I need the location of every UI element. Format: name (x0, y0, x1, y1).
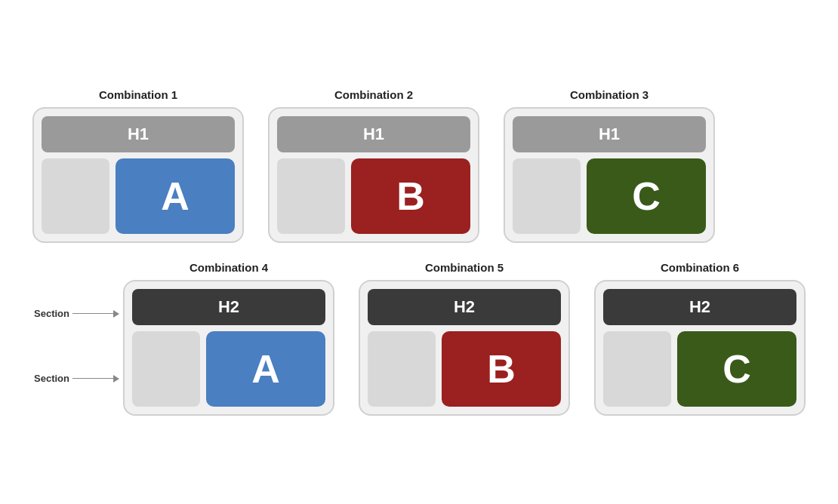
annotation-1: Section (34, 308, 119, 319)
section-label-2: Section (34, 373, 69, 384)
arrow-head-2 (113, 375, 119, 383)
combo-3-small-box (513, 158, 581, 234)
combo-2-header: H1 (277, 116, 470, 152)
combo-5-main-box: B (442, 331, 561, 407)
row-2: Combination 4 Section Section H2 A (32, 261, 806, 416)
combo-6-wrapper: Combination 6 H2 C (594, 261, 806, 416)
combo-4-small-box (132, 331, 200, 407)
combo-1-title: Combination 1 (99, 88, 177, 101)
combo-4-main-box: A (206, 331, 325, 407)
combo-2-content: B (277, 158, 470, 234)
combo-1-small-box (42, 158, 109, 234)
combo-1-card: H1 A (32, 107, 244, 243)
combo-6-title: Combination 6 (661, 261, 739, 274)
combo-3-header: H1 (513, 116, 706, 152)
combo-3-main-box: C (587, 158, 706, 234)
combo-5-card: H2 B (359, 280, 570, 416)
main-container: Combination 1 H1 A Combination 2 H1 B (2, 73, 836, 431)
combo-5-content: B (368, 331, 561, 407)
combo-5-title: Combination 5 (425, 261, 504, 274)
combo-2-small-box (277, 158, 345, 234)
combo-1-main-box: A (116, 158, 235, 234)
combo-6-main-box: C (677, 331, 796, 407)
arrow-head-1 (113, 310, 119, 318)
combo-6-card: H2 C (594, 280, 806, 416)
combo-6-header: H2 (603, 289, 796, 325)
combo-3-wrapper: Combination 3 H1 C (504, 88, 715, 243)
combo-4-content: A (132, 331, 325, 407)
combo-2-main-box: B (351, 158, 470, 234)
combo-4-header: H2 (132, 289, 325, 325)
combo-4-card: H2 A (123, 280, 334, 416)
combo-4-wrapper: Combination 4 Section Section H2 A (123, 261, 334, 416)
combo-5-header: H2 (368, 289, 561, 325)
arrow-line-1 (72, 313, 113, 315)
combo-2-card: H1 B (268, 107, 479, 243)
combo-3-title: Combination 3 (570, 88, 649, 101)
row-1: Combination 1 H1 A Combination 2 H1 B (32, 88, 806, 243)
combo-2-title: Combination 2 (334, 88, 413, 101)
annotation-2: Section (34, 373, 119, 384)
combo-5-wrapper: Combination 5 H2 B (359, 261, 570, 416)
combo-6-small-box (603, 331, 671, 407)
combo-2-wrapper: Combination 2 H1 B (268, 88, 479, 243)
combo-3-content: C (513, 158, 706, 234)
combo-6-content: C (603, 331, 796, 407)
combo-1-header: H1 (42, 116, 235, 152)
combo-1-content: A (42, 158, 235, 234)
combo-1-wrapper: Combination 1 H1 A (32, 88, 244, 243)
section-label-1: Section (34, 308, 69, 319)
combo-5-small-box (368, 331, 436, 407)
arrow-line-2 (72, 378, 113, 380)
combo-4-title: Combination 4 (189, 261, 268, 274)
combo-3-card: H1 C (504, 107, 715, 243)
